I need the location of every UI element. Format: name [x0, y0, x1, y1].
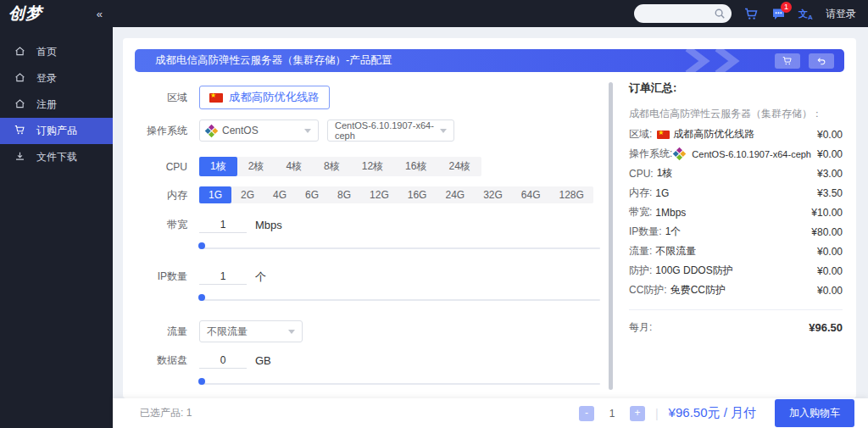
memory-option[interactable]: 12G [360, 186, 398, 203]
ip-count-slider[interactable] [199, 297, 604, 303]
ip-row: IP数量 个 [135, 269, 604, 285]
summary-title: 订单汇总: [629, 81, 843, 96]
summary-row-ip: IP数量: 1个 ¥80.00 [629, 225, 843, 239]
memory-option[interactable]: 2G [231, 186, 264, 203]
slider-handle[interactable] [198, 294, 205, 301]
page-title: 成都电信高防弹性云服务器（集群存储）-产品配置 [155, 53, 392, 68]
memory-option[interactable]: 4G [264, 186, 296, 203]
memory-option[interactable]: 16G [398, 186, 437, 203]
sidebar-item-home[interactable]: 首页 [0, 39, 113, 65]
chevron-down-icon [440, 129, 447, 133]
search-icon[interactable] [714, 8, 726, 19]
datadisk-slider[interactable] [199, 381, 604, 387]
sidebar-collapse-icon[interactable]: « [97, 8, 103, 20]
cpu-option[interactable]: 8核 [313, 157, 351, 176]
total-price: ¥96.50元 / 月付 [669, 405, 756, 421]
memory-row: 内存 1G 2G 4G 6G 8G 12G 16G 24G 32G [135, 186, 604, 203]
cpu-label: CPU [135, 161, 187, 173]
memory-option[interactable]: 64G [512, 186, 550, 203]
chevron-decoration [679, 49, 755, 72]
sidebar-item-login[interactable]: 登录 [0, 65, 113, 92]
slider-rail[interactable] [199, 383, 600, 385]
bandwidth-slider[interactable] [199, 245, 604, 252]
cart-icon[interactable] [744, 7, 759, 21]
order-summary: 订单汇总: 成都电信高防弹性云服务器（集群存储）： 区域: ★ 成都高防优化线路… [614, 79, 844, 398]
cpu-option[interactable]: 16核 [394, 157, 437, 176]
cart-icon [14, 125, 25, 138]
ip-count-input[interactable] [199, 269, 247, 285]
cpu-option[interactable]: 1核 [199, 157, 237, 176]
memory-option[interactable]: 1G [199, 186, 231, 203]
summary-row-region: 区域: ★ 成都高防优化线路 ¥0.00 [629, 127, 843, 142]
os-version-select[interactable]: CentOS-6.10.1907-x64-ceph [327, 120, 454, 142]
sidebar-item-downloads[interactable]: 文件下载 [0, 144, 113, 170]
chat-badge: 1 [781, 2, 792, 13]
ip-count-unit: 个 [255, 270, 266, 285]
os-family-select[interactable]: CentOS [199, 120, 319, 142]
memory-option[interactable]: 6G [296, 186, 328, 203]
region-button[interactable]: ★ 成都高防优化线路 [199, 86, 330, 109]
datadisk-label: 数据盘 [135, 353, 187, 368]
form-scrollbar[interactable] [609, 82, 613, 390]
quantity-increase-button[interactable]: + [630, 406, 645, 421]
topbar-actions: 1 文A 请登录 [634, 4, 868, 23]
undo-icon [816, 56, 826, 66]
quantity-decrease-button[interactable]: - [579, 406, 594, 421]
bandwidth-input[interactable] [199, 217, 247, 233]
sidebar: 首页 登录 注册 订购产品 文件下载 [0, 27, 113, 428]
summary-product-line: 成都电信高防弹性云服务器（集群存储）： [629, 107, 843, 121]
memory-option[interactable]: 128G [550, 186, 593, 203]
search-input[interactable] [643, 8, 714, 19]
sidebar-item-label: 首页 [36, 45, 57, 59]
memory-option[interactable]: 32G [474, 186, 512, 203]
traffic-select[interactable]: 不限流量 [199, 320, 303, 342]
slider-rail[interactable] [199, 247, 600, 249]
cpu-row: CPU 1核 2核 4核 8核 12核 16核 24核 [135, 157, 604, 176]
sidebar-item-register[interactable]: 注册 [0, 92, 113, 118]
add-to-cart-button[interactable]: 加入购物车 [775, 399, 854, 427]
checkout-bar: 已选产品: 1 - 1 + | ¥96.50元 / 月付 加入购物车 [113, 398, 868, 428]
os-version-value: CentOS-6.10.1907-x64-ceph [335, 120, 440, 141]
cpu-option[interactable]: 24核 [437, 157, 481, 176]
search-box[interactable] [634, 4, 732, 23]
form-scrollbar-track [609, 79, 614, 398]
summary-row-os: 操作系统: CentOS-6.10.1907-x64-ceph ¥0.00 [629, 147, 843, 161]
traffic-row: 流量 不限流量 [135, 320, 604, 342]
cpu-option[interactable]: 12核 [351, 157, 394, 176]
summary-row-cc: CC防护: 免费CC防护 ¥0.00 [629, 283, 843, 297]
cart-icon [782, 56, 793, 66]
translate-icon[interactable]: 文A [798, 7, 813, 21]
login-link[interactable]: 请登录 [826, 7, 856, 21]
datadisk-input[interactable] [199, 353, 247, 369]
header-cart-button[interactable] [775, 53, 800, 69]
china-flag-icon: ★ [657, 131, 670, 139]
os-label: 操作系统 [135, 124, 187, 138]
sidebar-item-label: 注册 [36, 97, 57, 112]
summary-row-memory: 内存: 1G ¥3.50 [629, 186, 843, 200]
memory-option[interactable]: 8G [328, 186, 360, 203]
sidebar-item-label: 订购产品 [36, 124, 77, 138]
slider-rail[interactable] [199, 299, 600, 301]
china-flag-icon: ★ [209, 93, 223, 103]
cpu-option[interactable]: 2核 [237, 157, 275, 176]
logo-zone: 创梦 « [0, 3, 113, 25]
summary-row-bandwidth: 带宽: 1Mbps ¥10.00 [629, 205, 843, 220]
region-row: 区域 ★ 成都高防优化线路 [135, 86, 604, 109]
summary-row-protection: 防护: 100G DDOS防护 ¥0.00 [629, 264, 843, 278]
chat-icon[interactable]: 1 [771, 7, 786, 21]
cpu-option[interactable]: 4核 [275, 157, 313, 176]
slider-handle[interactable] [198, 242, 205, 249]
header-back-button[interactable] [809, 53, 834, 69]
summary-row-traffic: 流量: 不限流量 ¥0.00 [629, 244, 843, 258]
config-form: 区域 ★ 成都高防优化线路 操作系统 CentOS [135, 79, 609, 398]
memory-option[interactable]: 24G [436, 186, 474, 203]
slider-handle[interactable] [198, 378, 205, 385]
region-label: 区域 [135, 91, 187, 105]
app-logo: 创梦 [8, 3, 42, 25]
datadisk-unit: GB [255, 354, 271, 367]
monthly-price: ¥96.50 [809, 321, 843, 334]
sidebar-item-order-products[interactable]: 订购产品 [0, 118, 113, 144]
summary-monthly-total: 每月: ¥96.50 [629, 320, 843, 335]
ip-count-label: IP数量 [135, 270, 187, 284]
product-header: 成都电信高防弹性云服务器（集群存储）-产品配置 [135, 49, 844, 72]
